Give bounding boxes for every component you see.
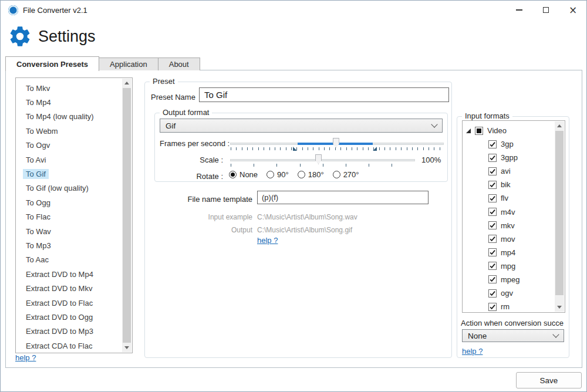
preset-list-item[interactable]: To Avi xyxy=(16,153,122,167)
format-checkbox[interactable] xyxy=(488,262,497,270)
settings-gear-icon xyxy=(8,24,32,49)
scroll-thumb[interactable] xyxy=(123,88,131,343)
preset-list-item[interactable]: Extract DVD to Mp4 xyxy=(16,267,122,281)
save-button[interactable]: Save xyxy=(516,372,582,388)
format-checkbox[interactable] xyxy=(488,248,497,256)
preset-list-item[interactable]: To Mp3 xyxy=(16,238,122,252)
tree-item-format[interactable]: flv xyxy=(463,191,565,205)
scroll-up-arrow[interactable] xyxy=(122,79,131,87)
video-checkbox-indeterminate[interactable] xyxy=(475,127,483,135)
tree-scrollbar[interactable] xyxy=(555,121,564,312)
preset-list-item[interactable]: Extract DVD to Ogg xyxy=(16,310,122,324)
rotate-option-label: 90° xyxy=(277,170,289,179)
tree-item-format[interactable]: ogv xyxy=(463,286,565,300)
input-formats-group-title: Input formats xyxy=(462,111,512,120)
preset-list-help-link[interactable]: help ? xyxy=(15,353,36,362)
preset-name-input[interactable] xyxy=(199,87,449,102)
preset-list-item-label: To Gif xyxy=(23,169,49,179)
tab-application[interactable]: Application xyxy=(99,58,158,70)
preset-list-item[interactable]: Extract DVD to Mp3 xyxy=(16,325,122,339)
preset-list-item[interactable]: To Aac xyxy=(16,253,122,267)
tree-item-format[interactable]: m4v xyxy=(463,205,565,218)
format-label: mov xyxy=(501,235,515,244)
expander-icon[interactable] xyxy=(466,129,471,133)
format-checkbox[interactable] xyxy=(488,154,497,162)
format-checkbox[interactable] xyxy=(488,275,497,283)
format-checkbox[interactable] xyxy=(488,208,497,216)
check-icon xyxy=(489,208,496,215)
preset-list: To MkvTo Mp4To Mp4 (low quality)To WebmT… xyxy=(15,77,133,353)
rotate-option-label: None xyxy=(239,170,258,179)
format-checkbox[interactable] xyxy=(488,194,497,202)
format-label: flv xyxy=(501,194,508,202)
rotate-radio-option[interactable]: 90° xyxy=(266,170,289,179)
tree-item-format[interactable]: 3gp xyxy=(463,137,565,151)
maximize-button[interactable] xyxy=(532,1,559,19)
tree-item-format[interactable]: rm xyxy=(463,300,565,313)
check-icon xyxy=(489,141,496,148)
format-label: bik xyxy=(501,180,511,189)
format-checkbox[interactable] xyxy=(488,235,497,243)
scale-slider-track[interactable] xyxy=(230,159,415,161)
tree-item-format[interactable]: bik xyxy=(463,178,565,191)
tree-item-format[interactable]: mp4 xyxy=(463,246,565,259)
preset-list-item[interactable]: To Ogv xyxy=(16,138,122,153)
tree-item-format[interactable]: 3gpp xyxy=(463,151,565,164)
minimize-icon xyxy=(516,9,522,11)
minimize-button[interactable] xyxy=(505,1,532,19)
preset-list-item[interactable]: To Wav xyxy=(16,224,122,238)
input-formats-help-link[interactable]: help ? xyxy=(462,347,483,356)
preset-list-item-label: To Mkv xyxy=(23,83,53,93)
scroll-down-arrow[interactable] xyxy=(555,303,564,312)
format-checkbox[interactable] xyxy=(488,289,497,298)
preset-list-item[interactable]: To Flac xyxy=(16,210,122,224)
preset-list-item[interactable]: To Mp4 xyxy=(16,95,122,109)
tab-about[interactable]: About xyxy=(158,58,200,70)
tree-item-format[interactable]: mpg xyxy=(463,259,565,273)
format-checkbox[interactable] xyxy=(488,221,497,229)
fps-slider[interactable] xyxy=(230,137,444,152)
fps-slider-thumb[interactable] xyxy=(333,138,339,148)
preset-list-item[interactable]: Extract DVD to Flac xyxy=(16,296,122,310)
tree-item-video[interactable]: Video xyxy=(463,124,565,137)
check-icon xyxy=(489,235,496,242)
scale-slider-thumb[interactable] xyxy=(315,154,322,164)
action-select[interactable]: None xyxy=(462,329,564,342)
tree-children: 3gp 3gpp avi bik flv xyxy=(463,137,565,313)
format-label: mkv xyxy=(501,221,515,230)
format-checkbox[interactable] xyxy=(488,167,497,175)
preset-list-item[interactable]: To Webm xyxy=(16,124,122,138)
format-checkbox[interactable] xyxy=(488,181,497,189)
file-name-template-input[interactable] xyxy=(257,191,429,204)
rotate-radio-option[interactable]: 270° xyxy=(333,170,359,179)
file-name-template-help-link[interactable]: help ? xyxy=(257,236,278,245)
output-format-select[interactable]: Gif xyxy=(160,119,443,133)
format-checkbox[interactable] xyxy=(488,303,497,311)
preset-list-item[interactable]: To Mkv xyxy=(16,81,122,95)
tree-item-format[interactable]: mov xyxy=(463,232,565,246)
preset-list-item[interactable]: To Ogg xyxy=(16,195,122,209)
scroll-thumb[interactable] xyxy=(555,131,564,295)
tab-conversion-presets[interactable]: Conversion Presets xyxy=(5,56,99,71)
close-button[interactable]: × xyxy=(559,1,586,19)
indeterminate-mark-icon xyxy=(477,129,481,133)
preset-list-item[interactable]: To Gif (low quality) xyxy=(16,181,122,195)
chevron-down-icon xyxy=(552,331,559,337)
preset-list-item[interactable]: To Mp4 (low quality) xyxy=(16,110,122,124)
preset-list-item-label: To Wav xyxy=(23,227,54,236)
rotate-radio-option[interactable]: 180° xyxy=(298,170,324,179)
preset-list-item-label: To Ogg xyxy=(23,198,53,208)
preset-list-item[interactable]: Extract DVD to Mkv xyxy=(16,281,122,295)
tree-item-format[interactable]: mpeg xyxy=(463,273,565,286)
preset-list-item[interactable]: To Gif xyxy=(16,167,122,181)
scroll-down-arrow[interactable] xyxy=(122,343,131,352)
scale-slider[interactable] xyxy=(230,153,415,168)
scroll-up-arrow[interactable] xyxy=(555,121,564,130)
tree-item-format[interactable]: avi xyxy=(463,164,565,178)
preset-list-item-label: Extract DVD to Mp3 xyxy=(23,326,96,336)
tree-item-format[interactable]: mkv xyxy=(463,219,565,232)
preset-list-item[interactable]: Extract CDA to Flac xyxy=(16,339,122,353)
rotate-radio-option[interactable]: None xyxy=(229,170,258,179)
format-checkbox[interactable] xyxy=(488,140,497,148)
preset-list-scrollbar[interactable] xyxy=(122,79,131,352)
